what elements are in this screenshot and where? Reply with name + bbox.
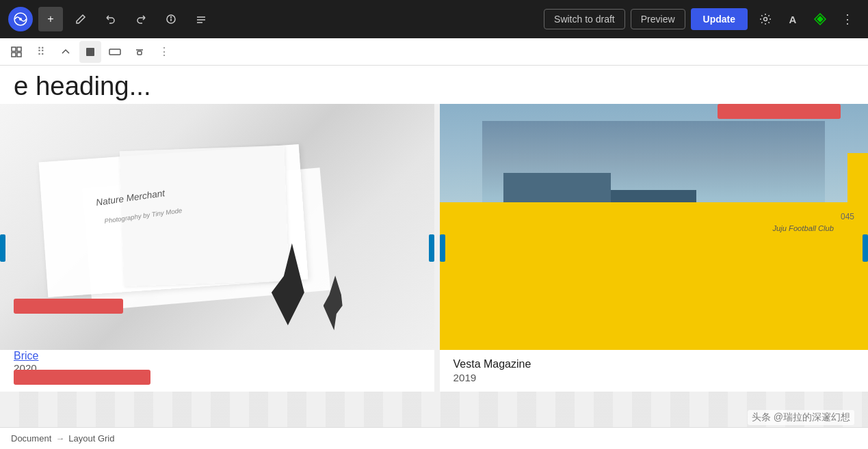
grid-item-right: Juju Football Club 045 Vesta Magazine 20… bbox=[440, 104, 869, 392]
svg-rect-18 bbox=[137, 51, 142, 55]
square-view-button[interactable] bbox=[79, 41, 101, 63]
edit-button[interactable] bbox=[68, 7, 93, 31]
svg-point-1 bbox=[19, 18, 22, 21]
svg-rect-13 bbox=[12, 53, 16, 57]
resize-handle-right-right[interactable] bbox=[863, 234, 868, 262]
grid-item-left: Nature Merchant Photography by Tiny Mode bbox=[0, 104, 434, 392]
page-heading: e heading... bbox=[0, 66, 868, 104]
font-icon[interactable]: A bbox=[780, 7, 805, 31]
resize-handle-right[interactable] bbox=[429, 234, 434, 262]
annotation-bar-top bbox=[718, 104, 841, 119]
watermark: 头条 @瑞拉的深邃幻想 bbox=[748, 410, 854, 425]
item-year-right: 2019 bbox=[440, 372, 869, 392]
list-view-button[interactable] bbox=[189, 7, 213, 31]
portfolio-grid: Nature Merchant Photography by Tiny Mode bbox=[0, 104, 868, 392]
yellow-book: Juju Football Club bbox=[440, 202, 869, 350]
status-arrow: → bbox=[55, 433, 64, 444]
grid-layout-button[interactable] bbox=[5, 41, 27, 63]
svg-rect-15 bbox=[86, 48, 94, 56]
preview-button[interactable]: Preview bbox=[631, 9, 685, 29]
annotation-bar-bottom bbox=[14, 370, 150, 385]
svg-point-4 bbox=[171, 17, 172, 18]
block-toolbar: ⠿ ⋮ bbox=[0, 38, 868, 66]
toolbar-right: Switch to draft Preview Update A ⋮ bbox=[544, 7, 860, 31]
status-bar: Document → Layout Grid bbox=[0, 427, 868, 449]
svg-rect-16 bbox=[109, 49, 120, 55]
wordpress-logo[interactable] bbox=[8, 7, 33, 31]
page-number: 045 bbox=[841, 212, 854, 221]
heading-section: e heading... bbox=[0, 66, 868, 104]
update-button[interactable]: Update bbox=[691, 8, 748, 30]
settings-icon[interactable] bbox=[753, 7, 778, 31]
wide-view-button[interactable] bbox=[104, 41, 126, 63]
svg-rect-12 bbox=[17, 47, 21, 51]
info-button[interactable] bbox=[159, 7, 183, 31]
drag-handle[interactable]: ⠿ bbox=[30, 41, 52, 63]
decoration-bird-2 bbox=[324, 275, 347, 330]
content-area: e heading... Nature Merchant Photography… bbox=[0, 66, 868, 392]
undo-button[interactable] bbox=[98, 7, 123, 31]
align-button[interactable] bbox=[129, 41, 150, 63]
top-toolbar: + bbox=[0, 0, 868, 38]
collapse-button[interactable] bbox=[55, 41, 77, 63]
svg-point-8 bbox=[764, 18, 767, 21]
block-more-options[interactable]: ⋮ bbox=[153, 41, 175, 63]
plugin-icon[interactable] bbox=[808, 7, 832, 31]
svg-rect-11 bbox=[12, 47, 16, 51]
svg-rect-14 bbox=[17, 53, 21, 57]
toolbar-left: + bbox=[8, 7, 213, 31]
redo-button[interactable] bbox=[129, 7, 153, 31]
add-block-button[interactable]: + bbox=[38, 7, 63, 31]
item-title-vesta: Vesta Magazine bbox=[440, 350, 869, 372]
toolbar-icons: A ⋮ bbox=[753, 7, 860, 31]
grid-wrapper: Nature Merchant Photography by Tiny Mode bbox=[0, 104, 868, 392]
more-options-icon[interactable]: ⋮ bbox=[835, 7, 860, 31]
item-image-right: Juju Football Club 045 bbox=[440, 104, 869, 350]
status-layout[interactable]: Layout Grid bbox=[68, 433, 114, 444]
status-document[interactable]: Document bbox=[11, 433, 51, 444]
annotation-bar-left bbox=[14, 299, 123, 314]
switch-to-draft-button[interactable]: Switch to draft bbox=[544, 9, 625, 29]
resize-handle-left[interactable] bbox=[0, 234, 5, 262]
editor-area: e heading... Nature Merchant Photography… bbox=[0, 66, 868, 427]
resize-handle-left-right[interactable] bbox=[440, 234, 445, 262]
